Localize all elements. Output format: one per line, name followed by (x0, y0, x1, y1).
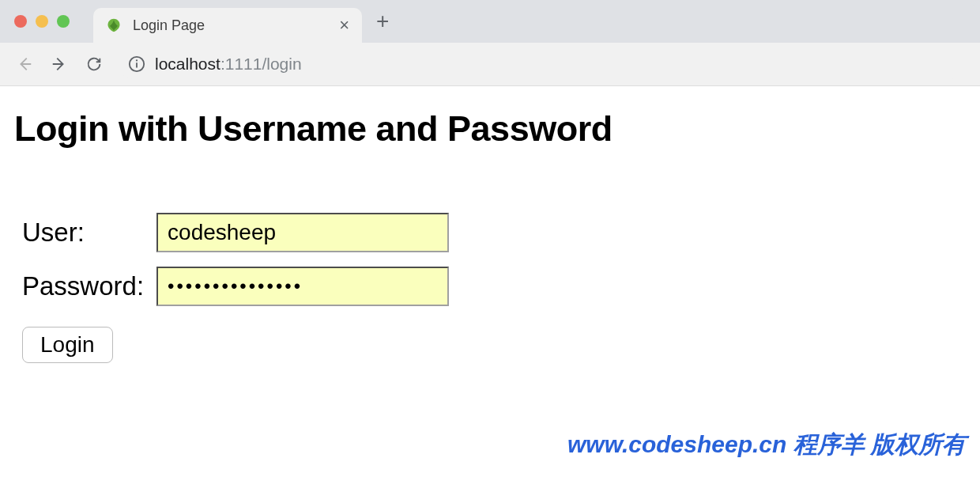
arrow-left-icon (16, 55, 33, 73)
site-info-icon[interactable] (128, 55, 145, 73)
password-label: Password: (22, 267, 156, 306)
url-text: localhost:1111/login (155, 55, 956, 74)
tab-title: Login Page (133, 17, 328, 34)
arrow-right-icon (51, 55, 68, 73)
reload-icon (85, 55, 103, 73)
browser-tab[interactable]: Login Page × (93, 8, 362, 43)
login-button[interactable]: Login (22, 327, 113, 363)
back-button[interactable] (14, 54, 35, 74)
page-content: Login with Username and Password User: P… (0, 86, 980, 385)
forward-button[interactable] (49, 54, 70, 74)
window-controls (14, 15, 70, 28)
browser-chrome: Login Page × + localhost:1111/login (0, 0, 980, 86)
password-input[interactable] (156, 267, 449, 306)
reload-button[interactable] (84, 54, 104, 74)
url-host: localhost (155, 55, 220, 73)
watermark-text: www.codesheep.cn 程序羊 版权所有 (567, 429, 966, 461)
new-tab-button[interactable]: + (376, 10, 389, 32)
minimize-window-button[interactable] (36, 15, 48, 28)
url-path: :1111/login (220, 55, 302, 73)
svg-point-2 (136, 59, 138, 61)
user-label: User: (22, 213, 156, 252)
close-window-button[interactable] (14, 15, 27, 28)
login-form: User: Password: (22, 199, 449, 320)
address-bar[interactable]: localhost:1111/login (119, 49, 966, 79)
close-tab-button[interactable]: × (339, 17, 349, 34)
page-title: Login with Username and Password (14, 108, 966, 150)
navigation-bar: localhost:1111/login (0, 43, 980, 85)
maximize-window-button[interactable] (57, 15, 70, 28)
spring-leaf-icon (106, 17, 122, 33)
tab-bar: Login Page × + (0, 0, 980, 43)
user-input[interactable] (156, 213, 449, 252)
